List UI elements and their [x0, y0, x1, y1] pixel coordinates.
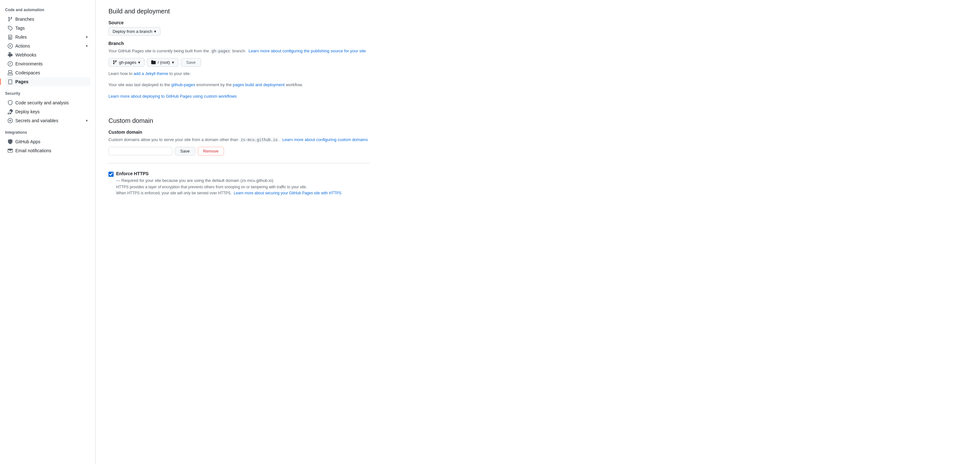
sidebar-item-label: Deploy keys — [15, 109, 40, 114]
chevron-down-icon: ▾ — [138, 60, 140, 65]
environments-icon — [8, 61, 13, 66]
source-field: Source Deploy from a branch ▾ — [108, 20, 370, 36]
branch-selector-dropdown[interactable]: gh-pages ▾ — [108, 58, 145, 67]
tag-icon — [8, 26, 13, 30]
build-deployment-title: Build and deployment — [108, 0, 370, 15]
branch-code: gh-pages — [210, 48, 231, 54]
branch-icon — [8, 17, 13, 22]
enforce-https-section: Enforce HTTPS — Required for your site b… — [108, 171, 370, 196]
sidebar: Code and automation Branches Tags Rules … — [0, 0, 96, 464]
deployed-note: Your site was last deployed to the githu… — [108, 82, 370, 88]
custom-domain-title: Custom domain — [108, 110, 370, 124]
sidebar-item-label: Pages — [15, 79, 29, 84]
branch-description: Your GitHub Pages site is currently bein… — [108, 48, 370, 54]
security-section-label: Security — [5, 86, 90, 98]
sidebar-item-secrets-variables[interactable]: Secrets and variables ▾ — [5, 116, 90, 125]
sidebar-item-label: Rules — [15, 35, 27, 40]
deployment-info: Your site was last deployed to the githu… — [108, 82, 370, 99]
custom-domain-description: Custom domains allow you to serve your s… — [108, 137, 370, 143]
enforce-https-note: — Required for your site because you are… — [116, 178, 370, 183]
divider — [108, 163, 370, 163]
sidebar-item-codespaces[interactable]: Codespaces — [5, 68, 90, 77]
sidebar-item-label: GitHub Apps — [15, 139, 40, 144]
chevron-down-icon: ▾ — [172, 60, 174, 65]
sidebar-item-label: Webhooks — [15, 52, 37, 57]
branch-save-button[interactable]: Save — [181, 58, 201, 67]
branch-selector-label: gh-pages — [119, 60, 136, 65]
chevron-down-icon: ▾ — [154, 29, 156, 34]
main-content: Build and deployment Source Deploy from … — [96, 0, 383, 464]
folder-selector-dropdown[interactable]: / (root) ▾ — [147, 58, 178, 67]
sidebar-item-actions[interactable]: Actions ▾ — [5, 41, 90, 50]
email-icon — [8, 148, 13, 153]
integrations-section-label: Integrations — [5, 125, 90, 137]
actions-icon — [8, 43, 13, 48]
folder-icon — [151, 60, 156, 64]
codespaces-icon — [8, 70, 13, 75]
source-label: Source — [108, 20, 370, 25]
sidebar-item-environments[interactable]: Environments — [5, 59, 90, 68]
custom-domain-section: Custom domain Custom domain Custom domai… — [108, 110, 370, 196]
pages-workflow-link[interactable]: pages build and deployment — [233, 82, 285, 87]
apps-icon — [8, 139, 13, 144]
chevron-down-icon: ▾ — [86, 118, 88, 123]
code-automation-section-label: Code and automation — [5, 3, 90, 15]
source-dropdown-label: Deploy from a branch — [113, 29, 152, 34]
branch-desc-post: branch. — [231, 48, 246, 53]
jekyll-post: to your site. — [168, 71, 191, 76]
jekyll-link[interactable]: add a Jekyll theme — [134, 71, 168, 76]
domain-code: zs-mcu.github.io — [239, 137, 279, 142]
jekyll-pre: Learn how to — [108, 71, 134, 76]
sidebar-item-github-apps[interactable]: GitHub Apps — [5, 137, 90, 146]
domain-save-button[interactable]: Save — [175, 147, 195, 155]
folder-selector-label: / (root) — [158, 60, 170, 65]
sidebar-item-label: Branches — [15, 17, 34, 22]
sidebar-item-label: Secrets and variables — [15, 118, 58, 123]
jekyll-note: Learn how to add a Jekyll theme to your … — [108, 70, 370, 77]
webhooks-icon — [8, 52, 13, 57]
chevron-down-icon: ▾ — [86, 44, 88, 48]
branch-icon-small — [113, 60, 117, 64]
custom-workflow-link[interactable]: Learn more about deploying to GitHub Pag… — [108, 94, 237, 99]
custom-domain-input-row: Save Remove — [108, 147, 370, 155]
branch-field: Branch Your GitHub Pages site is current… — [108, 41, 370, 99]
custom-workflow-note: Learn more about deploying to GitHub Pag… — [108, 93, 370, 100]
branch-learn-more-link[interactable]: Learn more about configuring the publish… — [248, 48, 366, 53]
secret-icon — [8, 118, 13, 123]
source-dropdown[interactable]: Deploy from a branch ▾ — [108, 27, 161, 36]
sidebar-item-deploy-keys[interactable]: Deploy keys — [5, 107, 90, 116]
custom-domain-label: Custom domain — [108, 129, 370, 135]
build-deployment-section: Build and deployment Source Deploy from … — [108, 0, 370, 99]
sidebar-item-tags[interactable]: Tags — [5, 24, 90, 33]
sidebar-item-webhooks[interactable]: Webhooks — [5, 50, 90, 59]
sidebar-item-email-notifications[interactable]: Email notifications — [5, 146, 90, 155]
rules-icon — [8, 35, 13, 40]
sidebar-item-label: Environments — [15, 61, 43, 66]
sidebar-item-label: Tags — [15, 26, 25, 30]
enforce-https-checkbox-row: Enforce HTTPS — [108, 171, 370, 177]
enforce-https-label[interactable]: Enforce HTTPS — [116, 171, 149, 176]
sidebar-item-label: Code security and analysis — [15, 100, 68, 105]
chevron-down-icon: ▾ — [86, 35, 88, 39]
sidebar-item-label: Codespaces — [15, 70, 40, 75]
sidebar-item-rules[interactable]: Rules ▾ — [5, 33, 90, 41]
custom-domain-input[interactable] — [108, 147, 172, 155]
branch-label: Branch — [108, 41, 370, 46]
sidebar-item-label: Actions — [15, 43, 30, 48]
sidebar-item-code-security[interactable]: Code security and analysis — [5, 98, 90, 107]
shield-icon — [8, 100, 13, 105]
branch-controls: gh-pages ▾ / (root) ▾ Save — [108, 58, 370, 67]
https-learn-more-link[interactable]: Learn more about securing your GitHub Pa… — [234, 191, 342, 195]
sidebar-item-label: Email notifications — [15, 148, 51, 153]
pages-icon — [8, 79, 13, 84]
key-icon — [8, 109, 13, 114]
github-pages-link[interactable]: github-pages — [171, 82, 195, 87]
branch-desc-pre: Your GitHub Pages site is currently bein… — [108, 48, 210, 53]
custom-domain-learn-more-link[interactable]: Learn more about configuring custom doma… — [282, 137, 368, 142]
enforce-https-description: HTTPS provides a layer of encryption tha… — [116, 184, 370, 196]
sidebar-item-branches[interactable]: Branches — [5, 15, 90, 24]
domain-remove-button[interactable]: Remove — [198, 147, 224, 155]
sidebar-item-pages[interactable]: Pages — [5, 77, 90, 86]
enforce-https-checkbox[interactable] — [108, 172, 114, 177]
